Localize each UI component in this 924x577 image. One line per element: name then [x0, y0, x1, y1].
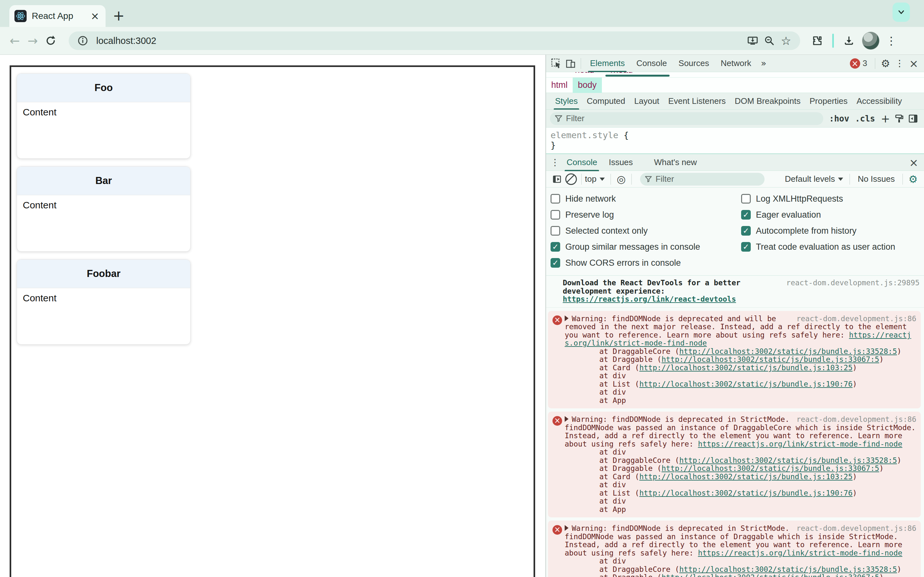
tab-properties[interactable]: Properties — [805, 93, 852, 110]
checkbox-checked[interactable] — [741, 242, 751, 251]
sidebar-dock-icon[interactable] — [906, 111, 920, 126]
tab-console[interactable]: Console — [630, 55, 672, 72]
style-selector[interactable]: element.style — [551, 130, 618, 140]
stack-link[interactable]: http://localhost:3002/static/js/bundle.j… — [640, 489, 853, 497]
tab-network[interactable]: Network — [715, 55, 757, 72]
checkbox-checked[interactable] — [551, 242, 560, 251]
warning-link[interactable]: https://reactjs.org/link/strict-mode-fin… — [698, 440, 902, 448]
error-count[interactable]: 3 — [863, 58, 867, 68]
console-filter-input[interactable]: Filter — [640, 173, 764, 185]
new-tab-button[interactable] — [110, 7, 127, 24]
setting-show-cors-errors[interactable]: Show CORS errors in console — [551, 255, 741, 271]
devtools-menu-icon[interactable] — [893, 56, 907, 71]
message-source-link[interactable]: react-dom.development.js:86 — [796, 315, 916, 323]
stack-link[interactable]: http://localhost:3002/static/js/bundle.j… — [662, 464, 879, 472]
stack-link[interactable]: http://localhost:3002/static/js/bundle.j… — [640, 472, 853, 481]
card-bar[interactable]: Bar Content — [17, 166, 191, 251]
downloads-icon[interactable] — [840, 32, 858, 49]
setting-eager-evaluation[interactable]: Eager evaluation — [741, 207, 924, 223]
extensions-icon[interactable] — [809, 32, 826, 49]
stack-link[interactable]: http://localhost:3002/static/js/bundle.j… — [662, 573, 879, 577]
setting-hide-network[interactable]: Hide network — [551, 191, 741, 207]
context-selector[interactable]: top — [585, 174, 596, 184]
message-source-link[interactable]: react-dom.development.js:29895 — [787, 279, 919, 287]
console-settings-icon[interactable] — [906, 172, 920, 186]
tab-computed[interactable]: Computed — [582, 93, 630, 110]
url-text[interactable]: localhost:3002 — [96, 35, 744, 46]
avatar[interactable] — [862, 32, 879, 49]
site-info-icon[interactable] — [74, 32, 91, 49]
breadcrumb-body[interactable]: body — [573, 77, 602, 93]
stack-link[interactable]: http://localhost:3002/static/js/bundle.j… — [662, 355, 879, 364]
clear-console-icon[interactable] — [564, 172, 578, 186]
setting-autocomplete-history[interactable]: Autocomplete from history — [741, 223, 924, 239]
stack-link[interactable]: http://localhost:3002/static/js/bundle.j… — [679, 565, 897, 574]
address-bar[interactable]: localhost:3002 ☆ — [69, 31, 800, 50]
elements-tree-clipped-row[interactable]: head /head — [546, 72, 924, 77]
drawer-tab-whats-new[interactable]: What's new — [648, 154, 703, 171]
card-header[interactable]: Bar — [17, 167, 190, 195]
style-rule-editor[interactable]: element.style { } — [546, 127, 924, 153]
paint-mode-icon[interactable] — [892, 111, 906, 126]
checkbox-unchecked[interactable] — [551, 226, 560, 235]
message-source-link[interactable]: react-dom.development.js:86 — [796, 524, 916, 533]
tab-elements[interactable]: Elements — [584, 55, 630, 72]
devtools-settings-icon[interactable] — [879, 56, 893, 71]
setting-treat-eval-user-action[interactable]: Treat code evaluation as user action — [741, 239, 924, 255]
checkbox-checked[interactable] — [741, 210, 751, 219]
zoom-icon[interactable] — [761, 32, 778, 49]
install-icon[interactable] — [744, 32, 761, 49]
error-badge-icon[interactable] — [850, 58, 860, 69]
setting-group-similar[interactable]: Group similar messages in console — [551, 239, 741, 255]
expand-triangle-icon[interactable] — [565, 416, 569, 422]
drawer-menu-icon[interactable] — [549, 157, 561, 168]
browser-tab[interactable]: React App — [9, 5, 105, 27]
drawer-tab-console[interactable]: Console — [561, 154, 603, 171]
styles-filter-input[interactable]: Filter — [550, 112, 823, 125]
card-header[interactable]: Foobar — [17, 259, 190, 288]
breadcrumb-html[interactable]: html — [546, 77, 573, 93]
back-button[interactable]: ← — [6, 32, 24, 50]
device-toolbar-icon[interactable] — [564, 56, 577, 71]
bookmark-star-icon[interactable]: ☆ — [778, 32, 795, 49]
tab-styles[interactable]: Styles — [551, 93, 582, 110]
expand-triangle-icon[interactable] — [565, 316, 569, 321]
checkbox-checked[interactable] — [741, 226, 751, 235]
expand-triangle-icon[interactable] — [565, 525, 569, 531]
live-expression-icon[interactable] — [614, 172, 628, 186]
tab-strip-chevron-button[interactable] — [893, 3, 910, 22]
checkbox-unchecked[interactable] — [741, 194, 751, 203]
checkbox-unchecked[interactable] — [551, 194, 560, 203]
warning-link[interactable]: https://reactjs.org/link/strict-mode-fin… — [698, 549, 902, 557]
forward-button[interactable]: → — [24, 32, 42, 50]
drawer-close-icon[interactable] — [907, 155, 921, 169]
tab-layout[interactable]: Layout — [630, 93, 664, 110]
reload-button[interactable] — [42, 32, 60, 50]
tab-accessibility[interactable]: Accessibility — [852, 93, 907, 110]
checkbox-checked[interactable] — [551, 258, 560, 268]
devtools-close-icon[interactable] — [907, 56, 921, 71]
message-link[interactable]: https://reactjs.org/link/react-devtools — [563, 295, 736, 303]
tab-event-listeners[interactable]: Event Listeners — [664, 93, 730, 110]
new-style-rule-icon[interactable] — [881, 112, 890, 125]
toggle-class[interactable]: .cls — [855, 114, 875, 123]
setting-selected-context-only[interactable]: Selected context only — [551, 223, 741, 239]
message-source-link[interactable]: react-dom.development.js:86 — [796, 416, 916, 424]
stack-link[interactable]: http://localhost:3002/static/js/bundle.j… — [679, 456, 897, 464]
checkbox-unchecked[interactable] — [551, 210, 560, 219]
tab-dom-breakpoints[interactable]: DOM Breakpoints — [730, 93, 805, 110]
browser-menu-icon[interactable] — [883, 32, 900, 49]
stack-link[interactable]: http://localhost:3002/static/js/bundle.j… — [640, 380, 853, 388]
setting-log-xhr[interactable]: Log XMLHttpRequests — [741, 191, 924, 207]
drawer-tab-issues[interactable]: Issues — [603, 154, 638, 171]
log-levels-dropdown[interactable]: Default levels — [785, 174, 835, 184]
card-foobar[interactable]: Foobar Content — [17, 259, 191, 345]
inspect-element-icon[interactable] — [549, 56, 564, 71]
console-sidebar-toggle-icon[interactable] — [550, 172, 564, 186]
issues-counter[interactable]: No Issues — [858, 174, 895, 184]
tab-close-icon[interactable] — [89, 11, 100, 21]
toggle-hover-state[interactable]: :hov — [829, 114, 849, 123]
stack-link[interactable]: http://localhost:3002/static/js/bundle.j… — [640, 364, 853, 372]
tab-sources[interactable]: Sources — [673, 55, 715, 72]
setting-preserve-log[interactable]: Preserve log — [551, 207, 741, 223]
